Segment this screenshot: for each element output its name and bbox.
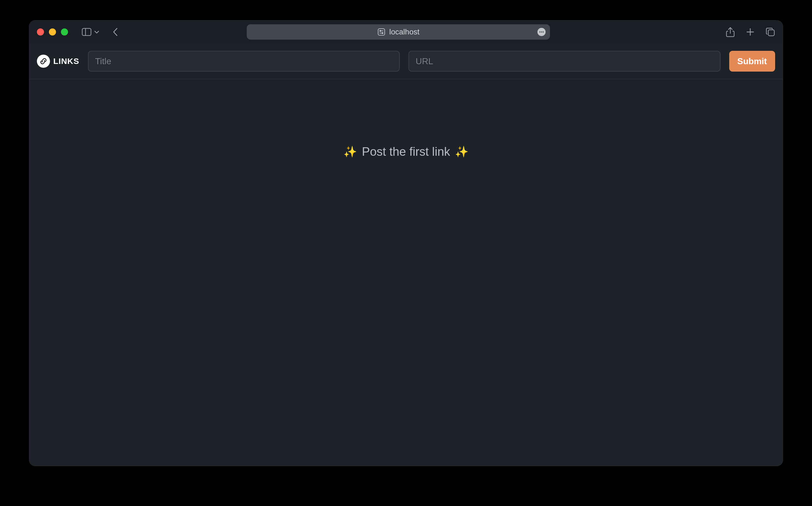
main-content: ✨ Post the first link ✨ <box>29 79 783 466</box>
back-button[interactable] <box>112 27 118 36</box>
close-window-button[interactable] <box>37 28 44 35</box>
window-controls <box>37 28 68 35</box>
fullscreen-window-button[interactable] <box>61 28 68 35</box>
tabs-overview-icon[interactable] <box>766 27 775 36</box>
svg-rect-2 <box>378 29 385 35</box>
svg-point-7 <box>539 31 540 32</box>
svg-point-9 <box>543 31 544 32</box>
new-tab-icon[interactable] <box>746 28 754 36</box>
submit-button[interactable]: Submit <box>729 51 775 72</box>
page-menu-icon[interactable] <box>537 28 546 36</box>
sidebar-icon[interactable] <box>82 28 92 36</box>
svg-point-3 <box>380 30 381 31</box>
browser-toolbar: localhost <box>29 20 783 44</box>
app-header: LINKS Submit <box>29 44 783 79</box>
address-text: localhost <box>389 27 420 36</box>
site-settings-icon <box>377 28 385 36</box>
share-icon[interactable] <box>726 27 735 37</box>
url-input[interactable] <box>409 51 720 72</box>
svg-rect-12 <box>768 30 774 36</box>
sidebar-toggle-group <box>82 28 99 36</box>
chevron-down-icon[interactable] <box>94 30 99 33</box>
sparkles-icon: ✨ <box>343 146 357 157</box>
svg-point-5 <box>382 32 383 33</box>
brand: LINKS <box>37 55 79 68</box>
toolbar-right-icons <box>726 27 775 37</box>
browser-window: localhost <box>29 20 783 466</box>
title-input[interactable] <box>88 51 400 72</box>
empty-state-text: Post the first link <box>362 145 450 159</box>
svg-rect-0 <box>82 28 91 35</box>
minimize-window-button[interactable] <box>49 28 56 35</box>
link-icon <box>37 55 50 68</box>
svg-point-8 <box>541 31 542 32</box>
sparkles-icon: ✨ <box>455 146 469 157</box>
brand-label: LINKS <box>53 57 79 66</box>
empty-state: ✨ Post the first link ✨ <box>343 145 469 159</box>
address-bar[interactable]: localhost <box>247 24 550 39</box>
